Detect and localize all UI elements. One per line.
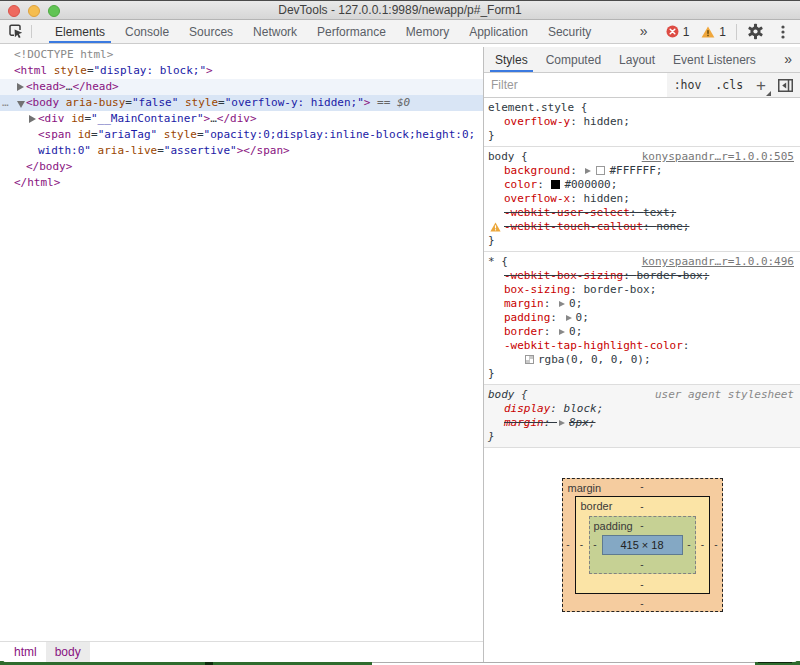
expand-longhand-icon[interactable] — [585, 168, 591, 174]
sidebar-tab-layout[interactable]: Layout — [610, 47, 664, 72]
token: style — [54, 64, 87, 77]
minimize-window-button[interactable] — [28, 5, 40, 17]
colon: : — [537, 178, 550, 191]
property-text: background: #FFFFFF; — [504, 164, 662, 177]
style-property[interactable]: overflow-x: hidden; — [488, 192, 796, 206]
warning-badge[interactable]: 1 — [695, 25, 732, 39]
tab-network[interactable]: Network — [243, 20, 307, 43]
style-property[interactable]: -webkit-tap-highlight-color: — [488, 339, 796, 353]
devtools-window: DevTools - 127.0.0.1:9989/newapp/p#_Form… — [0, 0, 800, 662]
box-model-value[interactable]: - — [685, 538, 693, 552]
style-property[interactable]: -webkit-user-select: text; — [488, 206, 796, 220]
style-property[interactable]: padding: 0; — [488, 311, 796, 325]
style-property-value-line[interactable]: rgba(0, 0, 0, 0); — [488, 353, 796, 367]
close-brace: } — [488, 129, 796, 143]
expand-arrow-icon[interactable] — [17, 83, 24, 91]
sidebar-more-tabs-button[interactable]: » — [780, 47, 800, 72]
tab-elements[interactable]: Elements — [45, 20, 115, 43]
expand-longhand-icon[interactable] — [559, 420, 565, 426]
error-badge[interactable]: 1 — [660, 25, 696, 39]
box-model-value[interactable]: - — [638, 578, 646, 592]
expand-arrow-icon[interactable] — [29, 115, 36, 123]
style-property[interactable]: background: #FFFFFF; — [488, 164, 796, 178]
style-property[interactable]: color: #000000; — [488, 178, 796, 192]
box-model-content[interactable]: 415 × 18 — [602, 535, 683, 555]
style-rule-section: body {konyspaandr…r=1.0.0:505background:… — [484, 147, 800, 252]
tree-row[interactable]: <head>…</head> — [0, 79, 483, 95]
style-property[interactable]: -webkit-box-sizing: border-box; — [488, 269, 796, 283]
box-model-label-padding: padding — [594, 519, 633, 533]
tree-row[interactable]: <html style="display: block;"> — [0, 63, 483, 79]
breadcrumb-item-body[interactable]: body — [46, 642, 90, 662]
element-classes-button[interactable]: .cls — [708, 78, 750, 92]
tab-memory[interactable]: Memory — [396, 20, 459, 43]
zoom-window-button[interactable] — [48, 5, 60, 17]
tab-sources[interactable]: Sources — [179, 20, 243, 43]
box-model-value[interactable]: - — [638, 597, 646, 611]
tree-row[interactable]: </body> — [0, 159, 483, 175]
plus-dropdown-corner-icon — [766, 91, 771, 96]
style-property[interactable]: -webkit-touch-callout: none; — [488, 220, 796, 234]
devtools-menu-button[interactable] — [770, 24, 794, 40]
stylesheet-source-link[interactable]: konyspaandr…r=1.0.0:505 — [642, 150, 796, 164]
style-property[interactable]: box-sizing: border-box; — [488, 283, 796, 297]
box-model-value[interactable]: - — [699, 538, 707, 552]
tab-application[interactable]: Application — [459, 20, 538, 43]
box-model-value[interactable]: - — [638, 480, 646, 494]
expand-longhand-icon[interactable] — [559, 301, 565, 307]
token — [59, 96, 66, 109]
token: "__MainContainer" — [91, 112, 204, 125]
sidebar-tab-event-listeners[interactable]: Event Listeners — [664, 47, 765, 72]
box-model-value[interactable]: - — [578, 538, 586, 552]
colon: : — [623, 269, 636, 282]
tree-row[interactable]: <span id="ariaTag" style="opacity:0;disp… — [0, 127, 483, 159]
breadcrumb-item-html[interactable]: html — [5, 642, 46, 662]
color-swatch[interactable] — [596, 166, 605, 175]
style-property[interactable]: display: block; — [488, 402, 796, 416]
token: = — [125, 96, 132, 109]
box-model-value[interactable]: - — [638, 519, 646, 533]
tree-row[interactable]: <div id="__MainContainer">…</div> — [0, 111, 483, 127]
collapse-arrow-icon[interactable] — [17, 101, 25, 108]
tab-performance[interactable]: Performance — [307, 20, 396, 43]
toggle-element-state-button[interactable]: :hov — [667, 78, 709, 92]
style-property[interactable]: margin: 8px; — [488, 416, 796, 430]
rule-selector[interactable]: element.style — [488, 101, 574, 115]
titlebar: DevTools - 127.0.0.1:9989/newapp/p#_Form… — [0, 1, 800, 20]
style-property[interactable]: overflow-y: hidden; — [488, 115, 796, 129]
settings-button[interactable] — [741, 23, 770, 40]
tab-security[interactable]: Security — [538, 20, 601, 43]
box-model-value[interactable]: - — [638, 558, 646, 572]
box-model-value[interactable]: - — [638, 500, 646, 514]
box-model-value[interactable]: - — [564, 538, 572, 552]
style-property[interactable]: margin: 0; — [488, 297, 796, 311]
tab-console[interactable]: Console — [115, 20, 179, 43]
style-property[interactable]: border: 0; — [488, 325, 796, 339]
more-tabs-button[interactable]: » — [628, 23, 660, 41]
rule-selector[interactable]: * — [488, 255, 495, 269]
filter-input[interactable] — [484, 73, 667, 97]
tree-row[interactable]: <!DOCTYPE html> — [0, 47, 483, 63]
inspect-element-button[interactable] — [0, 20, 30, 43]
row-actions-ellipsis-icon[interactable]: … — [2, 95, 8, 111]
expand-longhand-icon[interactable] — [566, 315, 572, 321]
token: style — [185, 96, 218, 109]
close-window-button[interactable] — [8, 5, 20, 17]
sidebar-tab-computed[interactable]: Computed — [537, 47, 610, 72]
color-swatch[interactable] — [551, 180, 560, 189]
rule-selector[interactable]: body — [488, 150, 515, 164]
color-swatch[interactable] — [525, 355, 534, 364]
box-model-value[interactable]: - — [712, 538, 720, 552]
expand-longhand-icon[interactable] — [559, 329, 565, 335]
token: = — [218, 96, 225, 109]
rule-selector[interactable]: body — [488, 388, 515, 402]
tree-row[interactable]: …<body aria-busy="false" style="overflow… — [0, 95, 483, 111]
toggle-sidebar-button[interactable] — [774, 79, 800, 92]
box-model-value[interactable]: - — [591, 538, 599, 552]
sidebar-tab-styles[interactable]: Styles — [486, 47, 537, 72]
token: "overflow-y: hidden;" — [225, 96, 364, 109]
tree-row[interactable]: </html> — [0, 175, 483, 191]
token: = — [91, 128, 98, 141]
new-style-rule-button[interactable]: + — [750, 77, 774, 94]
stylesheet-source-link[interactable]: konyspaandr…r=1.0.0:496 — [642, 255, 796, 269]
